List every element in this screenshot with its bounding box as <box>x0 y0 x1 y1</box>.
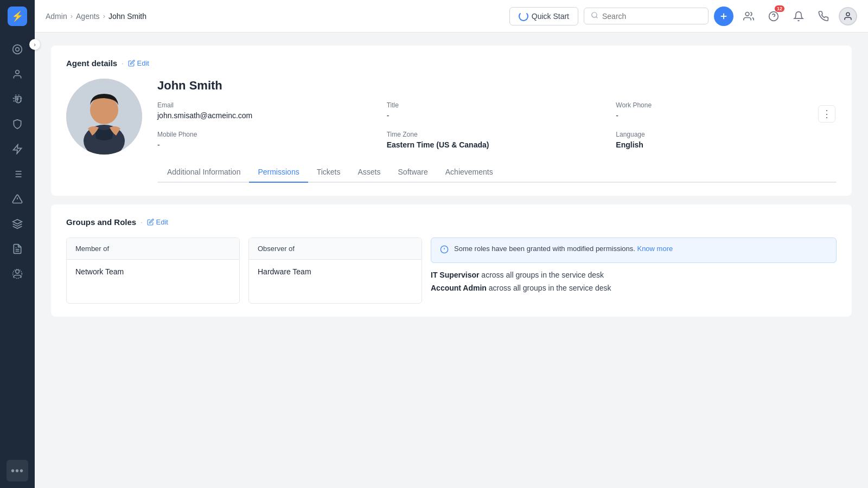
tab-additional-info[interactable]: Additional Information <box>158 162 249 183</box>
agent-avatar <box>66 79 142 155</box>
svg-point-20 <box>745 12 749 16</box>
sidebar-item-zap[interactable] <box>7 138 28 160</box>
know-more-link[interactable]: Know more <box>637 245 673 253</box>
mobile-phone-value: - <box>157 140 378 149</box>
svg-point-17 <box>592 12 597 17</box>
tab-tickets[interactable]: Tickets <box>308 162 349 183</box>
sidebar-more-button[interactable]: ••• <box>7 460 28 481</box>
breadcrumb-sep-1: › <box>71 12 73 20</box>
agent-edit-link[interactable]: Edit <box>128 59 149 67</box>
agent-details-grid: Email john.smisath@acmeinc.com Title - W… <box>157 101 837 149</box>
tab-software[interactable]: Software <box>390 162 437 183</box>
timezone-field: Time Zone Eastern Time (US & Canada) <box>387 131 608 149</box>
permissions-section: Groups and Roles · Edit Member of Networ… <box>51 204 852 317</box>
quick-start-button[interactable]: Quick Start <box>509 7 578 25</box>
timezone-value: Eastern Time (US & Canada) <box>387 140 608 149</box>
svg-marker-12 <box>13 220 22 224</box>
permissions-info-box: Some roles have been granted with modifi… <box>431 237 837 263</box>
tab-assets[interactable]: Assets <box>349 162 390 183</box>
email-label: Email <box>157 101 378 109</box>
page-content: Agent details · Edit <box>35 33 868 488</box>
agent-card: Agent details · Edit <box>51 46 852 196</box>
breadcrumb: Admin › Agents › John Smith <box>46 12 509 21</box>
notifications-button[interactable] <box>789 7 808 26</box>
help-button[interactable]: 12 <box>764 7 783 26</box>
phone-button[interactable] <box>814 7 833 26</box>
role-name-1: Account Admin <box>431 284 487 292</box>
sidebar-item-alert[interactable] <box>7 188 28 210</box>
role-name-0: IT Supervisor <box>431 271 479 279</box>
observer-of-header: Observer of <box>249 238 422 260</box>
observer-team-item: Hardware Team <box>258 267 413 276</box>
role-item-1: Account Admin across all groups in the s… <box>431 284 837 292</box>
search-box[interactable] <box>584 8 709 24</box>
email-value: john.smisath@acmeinc.com <box>157 111 378 120</box>
sidebar-item-home[interactable] <box>7 38 28 60</box>
user-avatar[interactable] <box>839 7 857 25</box>
language-field: Language English <box>616 131 837 149</box>
sidebar-item-contacts[interactable] <box>7 63 28 85</box>
email-field: Email john.smisath@acmeinc.com <box>157 101 378 120</box>
info-icon <box>440 245 449 256</box>
topbar-actions: Quick Start 12 <box>509 7 857 26</box>
member-of-body: Network Team <box>67 260 239 303</box>
tab-permissions[interactable]: Permissions <box>249 162 308 183</box>
sidebar: ⚡ › ••• <box>0 0 35 488</box>
main-area: Admin › Agents › John Smith Quick Start <box>35 0 868 488</box>
add-button[interactable] <box>714 7 733 26</box>
breadcrumb-agents[interactable]: Agents <box>76 12 100 21</box>
work-phone-value: - <box>616 111 837 120</box>
sidebar-toggle[interactable]: › <box>29 39 40 50</box>
title-value: - <box>387 111 608 120</box>
timezone-label: Time Zone <box>387 131 608 138</box>
topbar: Admin › Agents › John Smith Quick Start <box>35 0 868 33</box>
tab-achievements[interactable]: Achievements <box>437 162 502 183</box>
contacts-button[interactable] <box>739 7 758 26</box>
role-description-0: across all groups in the service desk <box>481 271 604 279</box>
help-badge: 12 <box>775 5 784 12</box>
title-label: Title <box>387 101 608 109</box>
more-options-button[interactable]: ⋮ <box>818 105 835 123</box>
groups-roles-header: Groups and Roles · Edit <box>66 217 837 227</box>
language-label: Language <box>616 131 837 138</box>
groups-grid: Member of Network Team Observer of Hardw… <box>66 237 837 304</box>
sidebar-item-shield[interactable] <box>7 113 28 135</box>
agent-name: John Smith <box>157 79 837 93</box>
quick-start-icon <box>519 11 528 21</box>
member-team-item: Network Team <box>75 267 231 276</box>
info-message-text: Some roles have been granted with modifi… <box>454 245 635 253</box>
role-description-1: across all groups in the service desk <box>489 284 611 292</box>
sidebar-logo[interactable]: ⚡ <box>8 7 27 26</box>
sidebar-item-document[interactable] <box>7 238 28 260</box>
agent-details: John Smith Email john.smisath@acmeinc.co… <box>157 79 837 183</box>
sidebar-item-layers[interactable] <box>7 213 28 235</box>
svg-point-2 <box>16 70 20 74</box>
info-message: Some roles have been granted with modifi… <box>454 245 673 253</box>
observer-of-body: Hardware Team <box>249 260 422 303</box>
breadcrumb-sep-2: › <box>103 12 105 20</box>
breadcrumb-admin[interactable]: Admin <box>46 12 67 21</box>
agent-tabs: Additional Information Permissions Ticke… <box>157 162 837 183</box>
work-phone-field: Work Phone - <box>616 101 837 120</box>
svg-point-15 <box>16 270 20 274</box>
svg-marker-3 <box>14 145 22 154</box>
quick-start-label: Quick Start <box>532 12 569 21</box>
search-input[interactable] <box>602 12 701 21</box>
groups-edit-link[interactable]: Edit <box>147 218 168 226</box>
agent-section-title: Agent details <box>66 59 117 68</box>
mobile-phone-label: Mobile Phone <box>157 131 378 138</box>
observer-of-box: Observer of Hardware Team <box>248 237 422 304</box>
role-item-0: IT Supervisor across all groups in the s… <box>431 271 837 279</box>
sidebar-item-bugs[interactable] <box>7 88 28 110</box>
svg-point-0 <box>13 45 22 54</box>
groups-dot: · <box>141 219 142 226</box>
agent-info: John Smith Email john.smisath@acmeinc.co… <box>66 79 837 183</box>
sidebar-item-list[interactable] <box>7 163 28 185</box>
sidebar-item-user-circle[interactable] <box>7 263 28 285</box>
section-dot: · <box>122 60 123 67</box>
content-wrapper: Agent details · Edit <box>51 46 852 317</box>
svg-point-23 <box>846 12 850 16</box>
agent-section-header: Agent details · Edit <box>66 59 837 68</box>
roles-panel: Some roles have been granted with modifi… <box>431 237 837 297</box>
groups-roles-title: Groups and Roles <box>66 217 136 227</box>
